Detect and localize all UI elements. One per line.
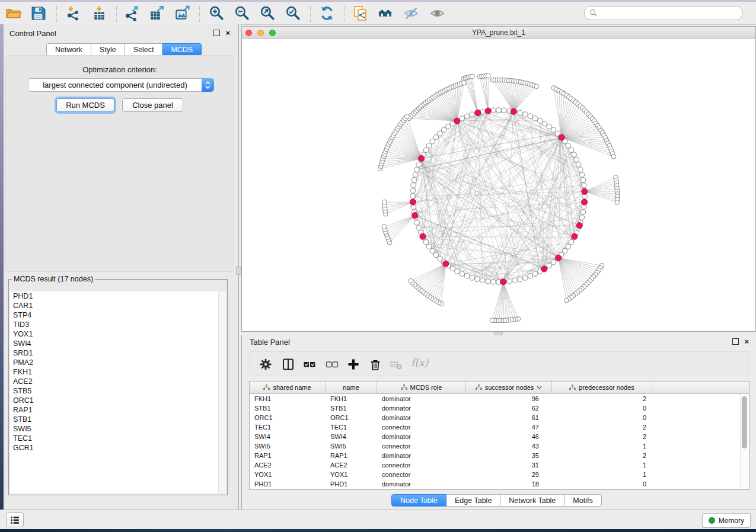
- network-node[interactable]: [576, 162, 582, 167]
- network-node[interactable]: [538, 118, 543, 124]
- refresh-layout-icon[interactable]: [319, 5, 335, 21]
- network-node[interactable]: [470, 74, 474, 79]
- network-node[interactable]: [430, 248, 435, 254]
- mcds-result-item[interactable]: PHD1: [10, 291, 219, 301]
- table-scrollbar-track[interactable]: [740, 394, 748, 489]
- mcds-hub-node[interactable]: [443, 261, 449, 267]
- mcds-hub-node[interactable]: [576, 223, 582, 229]
- network-node[interactable]: [426, 143, 432, 148]
- memory-button[interactable]: Memory: [702, 513, 751, 528]
- export-network-icon[interactable]: [123, 5, 139, 21]
- mcds-result-item[interactable]: RAP1: [10, 405, 219, 415]
- network-node[interactable]: [611, 154, 616, 159]
- network-node[interactable]: [566, 244, 571, 249]
- network-node[interactable]: [582, 183, 587, 188]
- network-node[interactable]: [496, 108, 502, 113]
- network-node[interactable]: [441, 127, 446, 133]
- network-node[interactable]: [547, 263, 552, 268]
- network-node[interactable]: [572, 152, 577, 158]
- mcds-result-item[interactable]: STP4: [10, 310, 219, 320]
- network-node[interactable]: [579, 215, 585, 220]
- mcds-result-item[interactable]: SWI4: [10, 339, 219, 348]
- mcds-result-item[interactable]: STB5: [10, 386, 219, 396]
- network-node[interactable]: [528, 274, 533, 279]
- mcds-result-item[interactable]: CAR1: [10, 301, 219, 310]
- network-node[interactable]: [416, 225, 422, 230]
- network-node[interactable]: [528, 114, 533, 119]
- network-node[interactable]: [615, 200, 620, 205]
- mcds-result-item[interactable]: PMA2: [10, 358, 219, 367]
- search-box[interactable]: [584, 6, 743, 20]
- network-node[interactable]: [413, 172, 418, 178]
- network-node[interactable]: [409, 278, 413, 283]
- network-node[interactable]: [574, 157, 579, 162]
- tab-network[interactable]: Network: [46, 43, 91, 56]
- network-node[interactable]: [542, 121, 547, 126]
- network-node[interactable]: [578, 167, 583, 172]
- mcds-hub-node[interactable]: [582, 188, 588, 194]
- column-header-predecessor-nodes[interactable]: predecessor nodes: [552, 382, 652, 393]
- network-node[interactable]: [460, 271, 465, 277]
- table-row[interactable]: RAP1RAP1dominator352: [250, 451, 749, 460]
- network-node[interactable]: [569, 148, 574, 153]
- save-session-icon[interactable]: [30, 5, 46, 21]
- column-header-MCDS-role[interactable]: MCDS role: [377, 382, 466, 393]
- task-history-button[interactable]: [6, 512, 24, 527]
- table-row[interactable]: TEC1TEC1connector472: [250, 422, 749, 432]
- network-node[interactable]: [433, 134, 439, 140]
- close-panel-icon[interactable]: ×: [225, 30, 230, 36]
- network-node[interactable]: [523, 275, 528, 281]
- import-table-icon[interactable]: [91, 5, 107, 21]
- network-node[interactable]: [430, 139, 435, 144]
- network-node[interactable]: [410, 194, 416, 199]
- network-node[interactable]: [411, 183, 416, 188]
- network-node[interactable]: [569, 239, 574, 245]
- network-node[interactable]: [480, 278, 486, 283]
- mcds-hub-node[interactable]: [420, 233, 426, 239]
- network-node[interactable]: [455, 269, 460, 274]
- network-node[interactable]: [416, 162, 422, 167]
- mcds-result-item[interactable]: ORC1: [10, 396, 219, 405]
- close-panel-icon[interactable]: ×: [744, 339, 749, 344]
- mcds-hub-node[interactable]: [412, 213, 418, 219]
- hide-selected-eye-slash-icon[interactable]: [403, 5, 419, 21]
- network-node[interactable]: [445, 124, 451, 129]
- zoom-selected-icon[interactable]: [285, 5, 301, 21]
- mcds-result-item[interactable]: TEC1: [10, 434, 219, 443]
- network-node[interactable]: [491, 279, 496, 284]
- mcds-hub-node[interactable]: [559, 134, 564, 140]
- network-node[interactable]: [414, 167, 420, 172]
- network-node[interactable]: [462, 81, 467, 85]
- network-node[interactable]: [486, 73, 490, 78]
- table-row[interactable]: ACE2ACE2connector311: [250, 460, 749, 470]
- network-node[interactable]: [486, 279, 491, 284]
- network-node[interactable]: [460, 116, 465, 121]
- mcds-hub-node[interactable]: [475, 110, 481, 116]
- tab-select[interactable]: Select: [125, 43, 163, 56]
- tab-style[interactable]: Style: [91, 43, 125, 56]
- table-row[interactable]: ORC1ORC1dominator610: [250, 413, 749, 422]
- column-header-successor-nodes[interactable]: successor nodes: [466, 382, 552, 393]
- mcds-result-item[interactable]: TID3: [10, 320, 219, 329]
- network-node[interactable]: [523, 112, 528, 117]
- mcds-list-scrollbar[interactable]: [218, 291, 226, 493]
- network-node[interactable]: [423, 148, 429, 153]
- network-node[interactable]: [564, 298, 569, 303]
- mcds-result-item[interactable]: GCR1: [10, 443, 219, 453]
- network-node[interactable]: [412, 178, 417, 183]
- mcds-result-item[interactable]: YOX1: [10, 329, 219, 339]
- network-node[interactable]: [426, 244, 432, 249]
- network-node[interactable]: [562, 248, 567, 254]
- table-row[interactable]: STB1STB1dominator620: [250, 403, 749, 413]
- float-panel-icon[interactable]: [213, 30, 220, 36]
- mcds-hub-node[interactable]: [410, 199, 416, 205]
- show-all-eye-icon[interactable]: [429, 5, 445, 21]
- open-file-icon[interactable]: [5, 5, 21, 21]
- add-column-icon[interactable]: [347, 358, 360, 371]
- delete-column-trash-icon[interactable]: [369, 358, 382, 371]
- network-node[interactable]: [470, 275, 475, 281]
- network-node[interactable]: [579, 172, 585, 178]
- network-node[interactable]: [547, 124, 552, 129]
- search-input[interactable]: [601, 8, 742, 18]
- mcds-result-item[interactable]: SRD1: [10, 348, 219, 358]
